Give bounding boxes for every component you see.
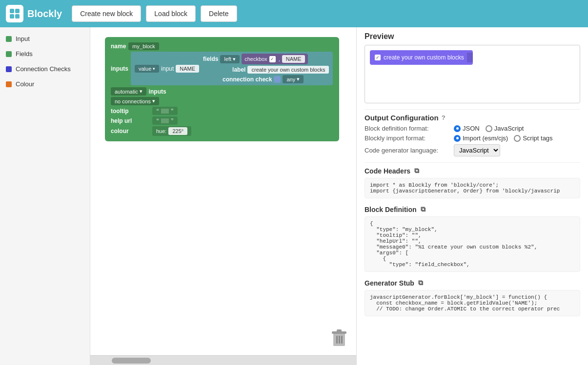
block-container: name my_block inputs value ▾ input NAM [105, 37, 339, 141]
connection-check-icon [274, 76, 281, 83]
format-label: Block definition format: [365, 125, 450, 132]
fields-container: fields left ▾ checkbox ✓ , [203, 54, 329, 83]
name-value-pill[interactable]: my_block [128, 42, 159, 50]
import-row: Blockly import format: Import (esm/cjs) … [365, 134, 580, 142]
any-dropdown[interactable]: any ▾ [283, 75, 304, 83]
import-esm-label: Import (esm/cjs) [463, 134, 508, 142]
canvas-horizontal-scrollbar[interactable] [90, 355, 356, 365]
import-script-label: Script tags [523, 134, 552, 142]
svg-rect-1 [15, 9, 20, 13]
checkbox-check[interactable]: ✓ [269, 56, 276, 62]
import-esm-radio[interactable] [454, 135, 461, 142]
fields-label: fields [203, 56, 218, 62]
logo-icon [6, 5, 23, 22]
format-json-option[interactable]: JSON [454, 125, 480, 132]
output-config-title: Output Configuration ? [365, 114, 580, 122]
logo-area: Blockly [6, 5, 62, 22]
value-dropdown[interactable]: value ▾ [135, 65, 159, 73]
sidebar-item-fields[interactable]: Fields [0, 46, 90, 61]
canvas-scrollable: name my_block inputs value ▾ input NAM [90, 27, 356, 355]
label-value[interactable]: create your own custom blocks [247, 66, 329, 74]
generator-stub-content: javascriptGenerator.forBlock['my_block']… [365, 290, 580, 316]
colour-color-dot [6, 81, 12, 87]
block-definition-content: { "type": "my_block", "tooltip": "", "he… [365, 216, 580, 272]
fields-row: fields left ▾ checkbox ✓ , [203, 54, 329, 64]
main-layout: Input Fields Connection Checks Colour na… [0, 27, 588, 365]
import-script-radio[interactable] [514, 135, 521, 142]
no-connections-arrow: ▾ [152, 98, 155, 104]
format-js-radio[interactable] [486, 125, 492, 132]
preview-checkbox: ✓ [375, 55, 381, 60]
code-gen-row: Code generator language: JavaScript Pyth… [365, 144, 580, 156]
any-dropdown-arrow: ▾ [297, 76, 300, 82]
checkbox-label: checkbox [244, 56, 267, 62]
format-radio-group: JSON JavaScript [454, 125, 524, 132]
comma-separator: , [279, 56, 280, 62]
left-dropdown[interactable]: left ▾ [220, 55, 240, 63]
import-radio-group: Import (esm/cjs) Script tags [454, 134, 553, 142]
import-label: Blockly import format: [365, 134, 450, 142]
load-block-button[interactable]: Load block [146, 5, 196, 22]
generator-stub-title: Generator Stub [365, 279, 414, 287]
block-definition-title: Block Definition [365, 206, 417, 213]
hue-value[interactable]: 225° [168, 127, 187, 135]
hue-label: hue: [156, 128, 166, 134]
preview-title: Preview [365, 32, 580, 41]
input-color-dot [6, 36, 12, 42]
inputs-label: inputs [111, 65, 128, 72]
no-connections-dropdown[interactable]: no connections ▾ [111, 97, 159, 105]
value-input-block[interactable]: value ▾ input NAME fields left [131, 52, 333, 85]
output-config-help-icon[interactable]: ? [442, 114, 446, 121]
preview-section: Preview ✓ create your own custom blocks [365, 32, 580, 103]
sidebar: Input Fields Connection Checks Colour [0, 27, 90, 365]
row-automatic: automatic ▾ inputs [111, 87, 333, 96]
import-script-option[interactable]: Script tags [514, 134, 552, 142]
block-definition-copy-icon[interactable]: ⧉ [421, 205, 426, 213]
import-esm-option[interactable]: Import (esm/cjs) [454, 134, 508, 142]
sidebar-label-connection-checks: Connection Checks [16, 65, 71, 73]
format-json-radio[interactable] [454, 125, 461, 132]
name-field-value[interactable]: NAME [282, 55, 305, 63]
code-headers-section: Code Headers ⧉ import * as Blockly from … [365, 167, 580, 198]
tooltip-value[interactable]: ❝ ❞ [152, 107, 178, 115]
format-js-option[interactable]: JavaScript [486, 125, 524, 132]
svg-rect-9 [341, 336, 343, 344]
delete-button[interactable]: Delete [201, 5, 237, 22]
generator-stub-header: Generator Stub ⧉ [365, 279, 580, 287]
name-input-value[interactable]: NAME [176, 65, 199, 73]
hscroll-thumb[interactable] [112, 358, 151, 364]
create-new-block-button[interactable]: Create new block [72, 5, 141, 22]
automatic-dropdown[interactable]: automatic ▾ [111, 87, 146, 96]
help-quote-close: ❞ [171, 117, 174, 124]
value-dropdown-arrow: ▾ [153, 66, 155, 71]
code-headers-copy-icon[interactable]: ⧉ [414, 167, 419, 175]
help-url-value[interactable]: ❝ ❞ [152, 116, 178, 125]
main-block[interactable]: name my_block inputs value ▾ input NAM [105, 37, 339, 141]
name-label: name [111, 43, 126, 50]
row-name: name my_block [111, 42, 333, 50]
input-text: input [161, 65, 174, 72]
code-headers-title: Code Headers [365, 167, 410, 175]
code-gen-label: Code generator language: [365, 147, 450, 154]
divider-2 [365, 162, 580, 163]
code-headers-content: import * as Blockly from 'blockly/core';… [365, 178, 580, 198]
connection-checks-color-dot [6, 66, 12, 72]
format-row: Block definition format: JSON JavaScript [365, 125, 580, 132]
sidebar-label-fields: Fields [16, 50, 33, 58]
sidebar-item-input[interactable]: Input [0, 31, 90, 46]
generator-stub-copy-icon[interactable]: ⧉ [418, 279, 423, 287]
label-row: label create your own custom blocks [232, 66, 329, 74]
generator-stub-section: Generator Stub ⧉ javascriptGenerator.for… [365, 279, 580, 316]
block-definition-header: Block Definition ⧉ [365, 205, 580, 213]
right-panel: Preview ✓ create your own custom blocks … [356, 27, 588, 365]
row-colour: colour hue: 225° [111, 126, 333, 136]
code-gen-select[interactable]: JavaScript Python PHP Lua Dart [454, 144, 500, 156]
sidebar-item-connection-checks[interactable]: Connection Checks [0, 61, 90, 77]
colour-value[interactable]: hue: 225° [152, 126, 191, 136]
trash-icon[interactable] [332, 329, 346, 350]
canvas-area[interactable]: name my_block inputs value ▾ input NAM [90, 27, 356, 365]
block-definition-section: Block Definition ⧉ { "type": "my_block",… [365, 205, 580, 272]
label-text: label [232, 66, 245, 73]
sidebar-item-colour[interactable]: Colour [0, 77, 90, 92]
checkbox-block[interactable]: checkbox ✓ , NAME [242, 54, 308, 64]
